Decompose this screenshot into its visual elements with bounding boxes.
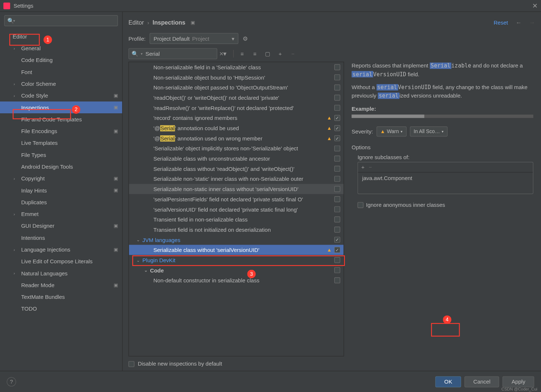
sidebar-search[interactable]: 🔍▾: [4, 15, 118, 26]
example-scrollbar[interactable]: [352, 114, 533, 118]
tree-checkbox[interactable]: [334, 196, 340, 202]
severity-select[interactable]: ▲Warn▾: [376, 127, 406, 137]
tree-row[interactable]: ⌄Plugin DevKit: [129, 255, 344, 265]
tree-row[interactable]: '@Serial' annotation could be used▲: [129, 123, 344, 133]
tree-checkbox[interactable]: [334, 186, 340, 192]
tree-checkbox[interactable]: [334, 125, 340, 131]
severity-label: Severity:: [352, 128, 373, 135]
tree-row[interactable]: Serializable non-'static' inner class wi…: [129, 174, 344, 184]
tree-row[interactable]: Transient field is not initialized on de…: [129, 224, 344, 235]
tree-row[interactable]: Serializable class with unconstructable …: [129, 154, 344, 164]
tree-row[interactable]: Non-default constructor in serializable …: [129, 275, 344, 286]
tree-checkbox[interactable]: [334, 74, 340, 80]
sidebar-item-editor[interactable]: Editor: [0, 30, 122, 42]
tree-checkbox[interactable]: [334, 257, 340, 263]
sidebar-item-file-and-code-templates[interactable]: File and Code Templates: [0, 113, 122, 125]
breadcrumb-editor[interactable]: Editor: [129, 19, 144, 26]
collapse-icon[interactable]: ≡: [250, 49, 260, 59]
help-icon[interactable]: ?: [7, 377, 16, 386]
tree-row[interactable]: Serializable class without 'serialVersio…: [129, 245, 344, 255]
reset-link[interactable]: Reset: [494, 19, 508, 25]
add-icon[interactable]: +: [275, 49, 286, 59]
chevron-right-icon: ›: [14, 93, 15, 98]
sidebar-item-natural-languages[interactable]: ›Natural Languages: [0, 267, 122, 279]
tree-row[interactable]: Transient field in non-serializable clas…: [129, 215, 344, 225]
tree-checkbox[interactable]: [334, 267, 340, 273]
tree-checkbox[interactable]: [334, 146, 340, 151]
sidebar-item-intentions[interactable]: Intentions: [0, 232, 122, 243]
sidebar-item-gui-designer[interactable]: GUI Designer▣: [0, 220, 122, 232]
tree-checkbox[interactable]: [334, 115, 340, 121]
tree-row[interactable]: 'serialVersionUID' field not declared 'p…: [129, 204, 344, 215]
tree-row[interactable]: 'readObject()' or 'writeObject()' not de…: [129, 93, 344, 103]
sidebar-item-color-scheme[interactable]: ›Color Scheme: [0, 78, 122, 89]
sidebar-item-copyright[interactable]: ›Copyright▣: [0, 172, 122, 184]
inspection-tree[interactable]: Non-serializable field in a 'Serializabl…: [129, 62, 344, 356]
disable-new-checkbox[interactable]: [129, 361, 135, 367]
profile-select[interactable]: Project Default Project: [150, 33, 239, 44]
sidebar-item-duplicates[interactable]: Duplicates: [0, 196, 122, 208]
tree-checkbox[interactable]: [334, 105, 340, 111]
sidebar-item-general[interactable]: ›General: [0, 42, 122, 54]
tree-row[interactable]: Serializable class without 'readObject()…: [129, 164, 344, 174]
tree-checkbox[interactable]: [334, 64, 340, 70]
tree-row[interactable]: ⌄JVM languages: [129, 235, 344, 245]
tree-checkbox[interactable]: [334, 166, 340, 172]
sidebar-item-inspections[interactable]: Inspections▣: [0, 102, 122, 113]
apply-button[interactable]: Apply: [503, 376, 534, 387]
cancel-button[interactable]: Cancel: [464, 376, 499, 387]
expand-icon[interactable]: ≡: [237, 49, 247, 59]
search-input[interactable]: [146, 51, 217, 57]
tree-row[interactable]: 'Serializable' object implicitly stores …: [129, 143, 344, 154]
sidebar-item-font[interactable]: Font: [0, 66, 122, 78]
tree-checkbox[interactable]: [334, 277, 340, 283]
scope-select[interactable]: In All Sco…▾: [410, 127, 448, 137]
add-subclass-icon[interactable]: +: [361, 164, 365, 170]
sidebar-item-language-injections[interactable]: ›Language Injections▣: [0, 243, 122, 255]
tree-row[interactable]: Non-serializable object bound to 'HttpSe…: [129, 72, 344, 83]
tree-checkbox[interactable]: [334, 237, 340, 243]
tree-row[interactable]: 'readResolve()' or 'writeReplace()' not …: [129, 103, 344, 113]
tree-row-label: '@Serial' annotation could be used: [154, 125, 239, 131]
close-icon[interactable]: ✕: [532, 2, 538, 10]
sidebar-item-textmate-bundles[interactable]: TextMate Bundles: [0, 291, 122, 303]
tree-row[interactable]: 'serialPersistentFields' field not decla…: [129, 194, 344, 204]
filter-icon[interactable]: ▼: [220, 49, 230, 59]
ignore-anon-checkbox[interactable]: [357, 202, 363, 208]
tree-checkbox[interactable]: [334, 95, 340, 100]
tree-checkbox[interactable]: [334, 176, 340, 182]
sidebar-item-reader-mode[interactable]: Reader Mode▣: [0, 279, 122, 291]
nav-back-icon[interactable]: ←: [516, 19, 522, 26]
sidebar-item-label: TODO: [21, 305, 37, 312]
sidebar-item-emmet[interactable]: ›Emmet: [0, 208, 122, 220]
view-icon[interactable]: ▢: [262, 49, 273, 59]
tree-checkbox[interactable]: [334, 135, 340, 141]
tree-row-label: Non-serializable object bound to 'HttpSe…: [154, 74, 265, 80]
tree-checkbox[interactable]: [334, 227, 340, 232]
sidebar-item-inlay-hints[interactable]: Inlay Hints▣: [0, 184, 122, 196]
tree-row[interactable]: Non-serializable field in a 'Serializabl…: [129, 62, 344, 72]
tree-row[interactable]: 'record' contains ignored members▲: [129, 113, 344, 123]
tree-checkbox[interactable]: [334, 247, 340, 253]
sidebar-item-live-templates[interactable]: Live Templates: [0, 137, 122, 149]
tree-row[interactable]: '@Serial' annotation used on wrong membe…: [129, 133, 344, 143]
sidebar-item-code-style[interactable]: ›Code Style▣: [0, 89, 122, 101]
tree-checkbox[interactable]: [334, 85, 340, 91]
tree-checkbox[interactable]: [334, 155, 340, 161]
inspection-search[interactable]: 🔍▾ ✕: [129, 48, 217, 59]
sidebar-item-file-types[interactable]: File Types: [0, 149, 122, 161]
sidebar-item-android-design-tools[interactable]: Android Design Tools: [0, 161, 122, 172]
sidebar-item-file-encodings[interactable]: File Encodings▣: [0, 125, 122, 137]
ok-button[interactable]: OK: [435, 376, 461, 387]
cfg-icon: ▣: [114, 247, 118, 252]
gear-icon[interactable]: ⚙: [243, 35, 248, 42]
sidebar-item-code-editing[interactable]: Code Editing: [0, 54, 122, 66]
tree-row[interactable]: ⌄Code: [129, 265, 344, 275]
tree-checkbox[interactable]: [334, 206, 340, 212]
sidebar-item-todo[interactable]: TODO: [0, 303, 122, 315]
tree-row[interactable]: Non-serializable object passed to 'Objec…: [129, 83, 344, 93]
tree-checkbox[interactable]: [334, 216, 340, 222]
subclass-list[interactable]: java.awt.Component: [358, 172, 533, 194]
sidebar-item-live-edit-of-compose-literals[interactable]: Live Edit of Compose Literals: [0, 255, 122, 267]
tree-row[interactable]: Serializable non-static inner class with…: [129, 184, 344, 194]
